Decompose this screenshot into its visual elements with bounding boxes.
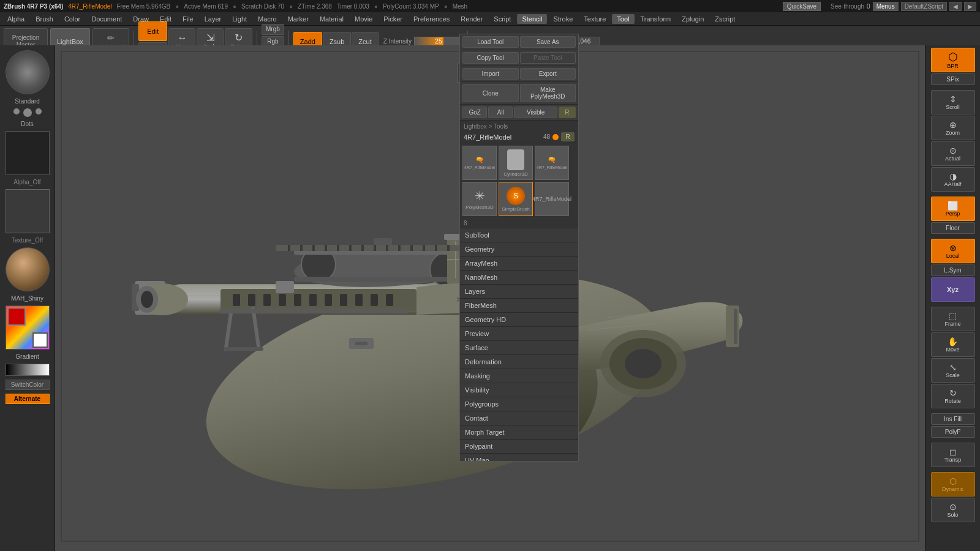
tool-thumb-polymesh[interactable]: ✳ PolyMesh3D xyxy=(462,182,497,216)
menu-zscript[interactable]: Zscript xyxy=(710,14,740,24)
menu-texture[interactable]: Texture xyxy=(579,14,611,24)
move-right-button[interactable]: ✋ Move xyxy=(931,332,975,357)
material-preview[interactable] xyxy=(6,247,50,291)
menu-zplugin[interactable]: Zplugin xyxy=(677,14,709,24)
svg-rect-22 xyxy=(288,245,290,251)
visible-button[interactable]: Visible xyxy=(514,107,557,118)
ins-fill-button[interactable]: Ins Fill xyxy=(931,413,975,425)
copy-tool-button[interactable]: Copy Tool xyxy=(462,52,519,64)
gradient-bar[interactable] xyxy=(6,364,50,376)
tool-menu-list[interactable]: SubTool Geometry ArrayMesh NanoMesh Laye… xyxy=(460,228,578,461)
menu-geometry-hd[interactable]: Geometry HD xyxy=(460,313,578,327)
local-button[interactable]: ⊛ Local xyxy=(931,239,975,263)
menu-script[interactable]: Script xyxy=(489,14,516,24)
menu-subtool[interactable]: SubTool xyxy=(460,228,578,242)
frame-button[interactable]: ⬚ Frame xyxy=(931,307,975,331)
dots-label: Dots xyxy=(21,121,34,127)
lsym-button[interactable]: L.Sym xyxy=(931,264,975,276)
menu-morph-target[interactable]: Morph Target xyxy=(460,425,578,440)
menu-material[interactable]: Material xyxy=(315,14,349,24)
transp-button[interactable]: ◻ Transp xyxy=(931,443,975,467)
menu-stencil[interactable]: Stencil xyxy=(517,14,547,24)
menu-polygroups[interactable]: Polygroups xyxy=(460,397,578,411)
tool-thumb-cylinder[interactable]: Cylinder3D xyxy=(499,146,533,180)
menu-arraymesh[interactable]: ArrayMesh xyxy=(460,257,578,271)
color-picker[interactable] xyxy=(6,305,50,350)
foreground-color[interactable] xyxy=(7,307,26,326)
tool-thumb-rifle2[interactable]: 🔫 4R7_RifleModel xyxy=(535,146,569,180)
nav-right-button[interactable]: ▶ xyxy=(964,2,976,11)
menu-polypaint[interactable]: Polypaint xyxy=(460,440,578,454)
menu-visibility[interactable]: Visibility xyxy=(460,383,578,397)
alpha-slot[interactable] xyxy=(6,131,50,175)
menu-marker[interactable]: Marker xyxy=(283,14,314,24)
polyf-button[interactable]: PolyF xyxy=(931,426,975,438)
menu-preview[interactable]: Preview xyxy=(460,327,578,341)
brush-preview[interactable] xyxy=(6,50,50,94)
switch-color-button[interactable]: SwitchColor xyxy=(6,380,50,390)
rotate-right-icon: ↻ xyxy=(949,389,957,397)
bpr-button[interactable]: ⬡ BPR xyxy=(931,48,975,72)
edit-button[interactable]: Edit xyxy=(138,21,168,41)
zoom-button[interactable]: ⊕ Zoom xyxy=(931,116,975,140)
scale-right-button[interactable]: ⤡ Scale xyxy=(931,358,975,383)
texture-slot[interactable] xyxy=(6,189,50,233)
spix-button[interactable]: SPix xyxy=(931,73,975,85)
dynamic-button[interactable]: ⬡ Dynamic xyxy=(931,472,975,497)
alternate-button[interactable]: Alternate xyxy=(6,394,50,404)
menu-masking[interactable]: Masking xyxy=(460,369,578,383)
paste-tool-button[interactable]: Paste Tool xyxy=(520,52,576,64)
menu-geometry[interactable]: Geometry xyxy=(460,242,578,257)
menu-stroke[interactable]: Stroke xyxy=(548,14,578,24)
goz-button[interactable]: GoZ xyxy=(462,107,487,118)
clone-button[interactable]: Clone xyxy=(462,84,519,102)
tool-thumb-simplebrush[interactable]: S SimpleBrush xyxy=(499,182,533,216)
menu-macro[interactable]: Macro xyxy=(253,14,282,24)
menu-layers[interactable]: Layers xyxy=(460,285,578,299)
menu-transform[interactable]: Transform xyxy=(636,14,676,24)
tool-thumb-rifle3[interactable]: 4R7_RifleModel xyxy=(535,182,569,216)
floor-button[interactable]: Floor xyxy=(931,222,975,234)
nav-left-button[interactable]: ◀ xyxy=(949,2,962,11)
scroll-button[interactable]: ⇕ Scroll xyxy=(931,90,975,114)
menu-contact[interactable]: Contact xyxy=(460,411,578,425)
menu-brush[interactable]: Brush xyxy=(31,14,58,24)
current-tool-name: 4R7_RifleModel xyxy=(464,133,541,141)
r-button[interactable]: R xyxy=(559,107,576,118)
menu-render[interactable]: Render xyxy=(456,14,488,24)
quicksave-button[interactable]: QuickSave xyxy=(783,2,821,11)
all-button[interactable]: All xyxy=(488,107,513,118)
background-color[interactable] xyxy=(32,332,48,348)
menu-uv-map[interactable]: UV Map xyxy=(460,454,578,461)
menu-nanomesh[interactable]: NanoMesh xyxy=(460,271,578,285)
menu-deformation[interactable]: Deformation xyxy=(460,355,578,369)
menu-picker[interactable]: Picker xyxy=(379,14,407,24)
alpha-label: Alpha_Off xyxy=(13,179,40,186)
tool-thumb-rifle1[interactable]: 🔫 4R7_RifleModel xyxy=(462,146,497,180)
menus-button[interactable]: Menus xyxy=(873,2,899,11)
rotate-right-button[interactable]: ↻ Rotate xyxy=(931,384,975,408)
actual-button[interactable]: ⊙ Actual xyxy=(931,141,975,166)
menu-preferences[interactable]: Preferences xyxy=(409,14,454,24)
menu-movie[interactable]: Movie xyxy=(350,14,377,24)
solo-button[interactable]: ⊙ Solo xyxy=(931,498,975,522)
default-script-button[interactable]: DefaultZScript xyxy=(901,2,947,11)
count-marker xyxy=(552,134,559,140)
export-button[interactable]: Export xyxy=(520,68,576,80)
menu-alpha[interactable]: Alpha xyxy=(2,14,29,24)
menu-color[interactable]: Color xyxy=(59,14,85,24)
persp-button[interactable]: ⬜ Persp xyxy=(931,197,975,221)
aahalf-button[interactable]: ◑ AAHalf xyxy=(931,167,975,192)
menu-document[interactable]: Document xyxy=(86,14,127,24)
load-tool-button[interactable]: Load Tool xyxy=(462,36,519,48)
xyz-button[interactable]: Xyz xyxy=(931,277,975,302)
save-as-button[interactable]: Save As xyxy=(520,36,576,48)
menu-surface[interactable]: Surface xyxy=(460,341,578,355)
mrgb-button[interactable]: Mrgb xyxy=(262,24,284,35)
tool-r-button[interactable]: R xyxy=(561,132,575,141)
make-polymesh-button[interactable]: Make PolyMesh3D xyxy=(520,84,576,102)
menu-tool[interactable]: Tool xyxy=(612,14,634,24)
import-button[interactable]: Import xyxy=(462,68,519,80)
active-mem: Active Mem 619 xyxy=(184,3,228,10)
menu-fibermesh[interactable]: FiberMesh xyxy=(460,299,578,313)
